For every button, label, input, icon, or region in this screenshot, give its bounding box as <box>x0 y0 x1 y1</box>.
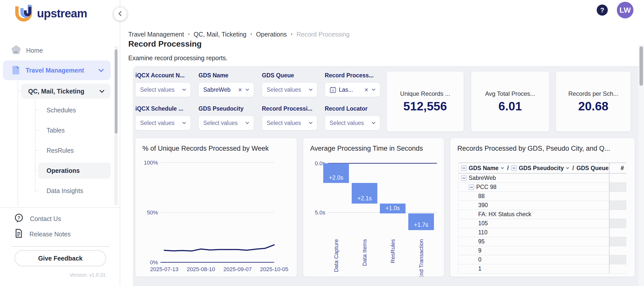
filter-record-process[interactable]: 31Las...× <box>325 82 380 97</box>
table-cell-count <box>610 255 626 264</box>
sidebar-item-qc-mail-ticketing[interactable]: QC, Mail, Ticketing <box>21 84 111 99</box>
table-header-count: # <box>610 163 626 173</box>
clear-filter-icon[interactable]: × <box>238 86 242 93</box>
give-feedback-button[interactable]: Give Feedback <box>15 250 106 266</box>
kpi-label: Records per Sch... <box>568 90 618 97</box>
chevron-down-icon <box>308 120 313 126</box>
kpi-card-unique-records: Unique Records ...512,556 <box>387 72 464 132</box>
table-cell-count <box>610 246 626 255</box>
breadcrumb-item[interactable]: Operations <box>256 31 287 38</box>
sidebar-item-label: Travel Management <box>26 67 84 74</box>
sidebar-item-operations[interactable]: Operations <box>38 163 111 179</box>
filter-record-locator[interactable]: Select values <box>325 116 380 130</box>
filter-placeholder: Select values <box>267 120 301 126</box>
table-row[interactable]: FA: HX Status check <box>459 210 626 219</box>
waterfall-chart-card: Average Processing Time in Seconds 0.0s5… <box>303 138 444 277</box>
column-label[interactable]: GDS Name <box>469 165 499 172</box>
table-cell-label: 0 <box>459 255 610 264</box>
filter-record-processi[interactable]: Select values <box>262 116 317 130</box>
filter-value: Las... <box>339 86 353 93</box>
table-row[interactable]: 105 <box>459 219 626 228</box>
filter-gds-name[interactable]: SabreWeb× <box>198 82 254 97</box>
collapse-toggle-icon[interactable] <box>469 184 474 190</box>
breadcrumb-separator: • <box>188 32 189 37</box>
tree-rail <box>35 99 35 192</box>
table-row[interactable]: 9 <box>459 246 626 255</box>
filter-placeholder: Select values <box>140 86 175 93</box>
avatar[interactable]: LW <box>617 2 633 18</box>
sidebar-item-contact-us[interactable]: ? Contact Us <box>14 213 61 225</box>
x-tick-label: 2025-07-13 <box>150 266 179 272</box>
table-row[interactable]: 390 <box>459 201 626 210</box>
page-title: Record Processing <box>128 39 202 49</box>
x-tick-label: 2025-08-10 <box>187 266 215 272</box>
give-feedback-label: Give Feedback <box>38 255 83 262</box>
row-label: SabreWeb <box>469 175 496 181</box>
table-row[interactable]: 1 <box>459 264 626 273</box>
row-label: 105 <box>478 220 488 227</box>
help-button[interactable]: ? <box>597 5 608 16</box>
row-label: 110 <box>478 229 488 236</box>
filter-label-record-locator: Record Locator <box>325 105 368 112</box>
sidebar-item-label: Operations <box>47 167 80 174</box>
column-label[interactable]: GDS Queue <box>577 165 609 172</box>
breadcrumb-item[interactable]: QC, Mail, Ticketing <box>194 31 247 38</box>
tree-elbow <box>18 91 21 91</box>
column-label[interactable]: GDS Pseudocity <box>519 165 564 172</box>
sidebar-item-release-notes[interactable]: Release Notes <box>14 228 71 240</box>
collapse-toggle-icon[interactable] <box>511 165 517 171</box>
sidebar-item-schedules[interactable]: Schedules <box>47 106 76 115</box>
table-cell-label: 95 <box>459 237 610 246</box>
category-label-data-capture: Data Capture <box>333 239 339 272</box>
sidebar-item-travel-management[interactable]: Travel Management <box>3 60 111 80</box>
clear-filter-icon[interactable]: × <box>365 86 368 93</box>
filter-gds-queue[interactable]: Select values <box>262 82 317 97</box>
table-cell-label: 110 <box>459 228 610 237</box>
table-cell-label: 88 <box>459 192 610 201</box>
sidebar-item-data-insights[interactable]: Data Insights <box>47 186 83 195</box>
breadcrumb-item: Record Processing <box>296 31 349 38</box>
waterfall-chart: 0.0s5.0s+2.0s+2.1s+1.0s+1.7sData Capture… <box>303 138 444 277</box>
row-label: 1 <box>478 265 481 272</box>
records-table-card: Records Processed by GDS, Pseudo City, a… <box>450 138 635 277</box>
table-row[interactable]: SabreWeb <box>459 174 626 183</box>
help-icon: ? <box>600 6 604 14</box>
bar-value-label: +2.0s <box>329 174 343 181</box>
sidebar-collapse-button[interactable] <box>114 8 127 21</box>
row-label: 0 <box>478 256 481 263</box>
filter-iqcx-account-n[interactable]: Select values <box>135 82 191 97</box>
collapse-toggle-icon[interactable] <box>461 165 467 171</box>
row-label: 95 <box>478 238 485 245</box>
table-cell-label: SabreWeb <box>459 174 610 182</box>
question-bubble-icon: ? <box>14 213 23 224</box>
collapse-toggle-icon[interactable] <box>461 175 467 181</box>
breadcrumb-separator: • <box>291 32 292 37</box>
chevron-left-icon <box>117 10 124 18</box>
sidebar-item-resrules[interactable]: ResRules <box>47 146 74 155</box>
table-row[interactable]: 0 <box>459 255 626 264</box>
filter-label-gds-pseudocity: GDS Pseudocity <box>198 105 244 112</box>
chevron-down-icon <box>181 120 187 126</box>
y-tick-label: 50% <box>147 209 158 216</box>
filter-iqcx-schedule[interactable]: Select values <box>135 116 191 130</box>
row-label: 88 <box>478 193 485 200</box>
table-row[interactable]: 95 <box>459 237 626 246</box>
chevron-down-icon <box>565 166 570 170</box>
header-separator: / <box>572 165 574 172</box>
row-label: FA: HX Status check <box>478 211 531 218</box>
page-scrollbar-thumb[interactable] <box>639 46 643 86</box>
document-icon <box>11 65 21 75</box>
table-cell-label: 390 <box>459 201 610 210</box>
breadcrumb-item[interactable]: Travel Management <box>128 31 184 38</box>
tree-elbow <box>35 150 39 151</box>
row-label: PCC 98 <box>476 184 497 190</box>
sidebar-item-home[interactable]: Home <box>11 43 43 57</box>
table-row[interactable]: 110 <box>459 228 626 237</box>
table-row[interactable]: PCC 98 <box>459 183 626 192</box>
sidebar-item-label: ResRules <box>47 147 74 154</box>
table-row[interactable]: 88 <box>459 192 626 201</box>
filter-gds-pseudocity[interactable]: Select values <box>198 116 254 130</box>
sidebar-item-tables[interactable]: Tables <box>47 126 65 135</box>
x-tick-label: 2025-10-05 <box>260 266 289 272</box>
sidebar-scrollbar-thumb[interactable] <box>115 49 117 134</box>
